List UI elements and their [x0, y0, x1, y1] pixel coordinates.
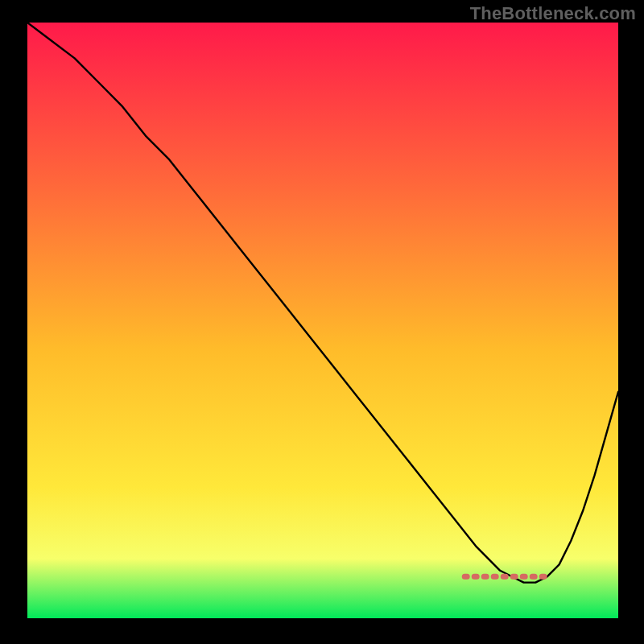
gradient-background: [27, 23, 618, 618]
plot-svg: [27, 23, 618, 618]
chart-frame: TheBottleneck.com: [0, 0, 644, 644]
plot-area: [27, 23, 618, 618]
watermark-text: TheBottleneck.com: [470, 3, 636, 24]
